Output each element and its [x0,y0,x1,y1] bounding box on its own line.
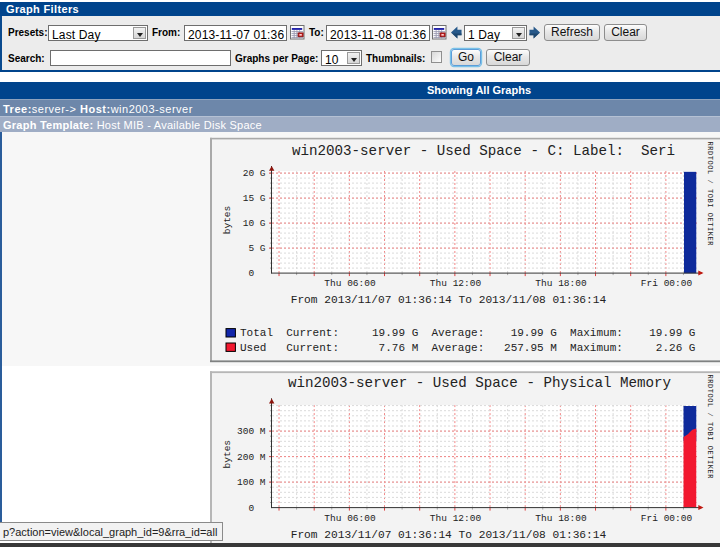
svg-text:From 2013/11/07 01:36:14 To 20: From 2013/11/07 01:36:14 To 2013/11/08 0… [291,294,607,306]
svg-text:0: 0 [248,268,254,279]
svg-text:Used Current: 7.76 M A: Used Current: 7.76 M Average: 257.95 M M… [240,342,695,354]
svg-text:bytes: bytes [222,206,233,235]
svg-text:Fri 00:00: Fri 00:00 [641,278,693,289]
svg-text:bytes: bytes [222,439,233,468]
svg-text:200 M: 200 M [237,451,266,462]
svg-text:Total Current: 19.99 G A: Total Current: 19.99 G Average: 19.99 G … [240,327,695,339]
svg-text:win2003-server - Used Space -: win2003-server - Used Space - C: Label: … [292,143,675,159]
svg-text:Fri 00:00: Fri 00:00 [641,513,693,524]
svg-text:Thu 18:00: Thu 18:00 [535,513,587,524]
svg-text:0: 0 [248,502,254,513]
svg-text:Thu 06:00: Thu 06:00 [324,278,376,289]
svg-text:10 G: 10 G [243,218,266,229]
svg-text:300 M: 300 M [237,426,266,437]
svg-text:RRDTOOL / TOBI OETIKER: RRDTOOL / TOBI OETIKER [706,374,714,479]
svg-text:RRDTOOL / TOBI OETIKER: RRDTOOL / TOBI OETIKER [706,142,714,247]
svg-text:Thu 12:00: Thu 12:00 [430,278,482,289]
svg-text:Thu 06:00: Thu 06:00 [324,513,376,524]
svg-text:From 2013/11/07 01:36:14 To 20: From 2013/11/07 01:36:14 To 2013/11/08 0… [291,529,607,541]
svg-text:Thu 12:00: Thu 12:00 [430,513,482,524]
svg-text:5 G: 5 G [248,243,265,254]
svg-text:15 G: 15 G [243,193,266,204]
svg-text:100 M: 100 M [237,477,266,488]
svg-text:20 G: 20 G [243,168,266,179]
svg-text:win2003-server - Used Space -: win2003-server - Used Space - Physical M… [288,374,672,390]
svg-text:Thu 18:00: Thu 18:00 [535,278,587,289]
